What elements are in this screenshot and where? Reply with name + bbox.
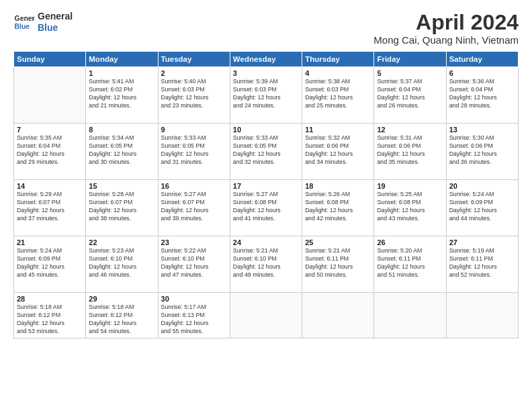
day-info: Sunrise: 5:25 AM Sunset: 6:08 PM Dayligh…: [377, 191, 443, 223]
logo: General Blue General Blue: [13, 11, 73, 34]
day-info: Sunrise: 5:37 AM Sunset: 6:04 PM Dayligh…: [377, 78, 443, 110]
day-info: Sunrise: 5:21 AM Sunset: 6:11 PM Dayligh…: [305, 247, 371, 279]
day-number: 8: [89, 126, 154, 134]
day-number: 7: [17, 126, 83, 134]
col-header-friday: Friday: [374, 52, 446, 67]
day-number: 20: [449, 182, 515, 190]
day-info: Sunrise: 5:20 AM Sunset: 6:11 PM Dayligh…: [377, 247, 443, 279]
day-info: Sunrise: 5:41 AM Sunset: 6:02 PM Dayligh…: [89, 78, 154, 110]
col-header-thursday: Thursday: [302, 52, 374, 67]
calendar-cell: 24Sunrise: 5:21 AM Sunset: 6:10 PM Dayli…: [230, 236, 302, 293]
col-header-tuesday: Tuesday: [158, 52, 230, 67]
day-number: 1: [89, 69, 154, 77]
day-number: 10: [233, 126, 299, 134]
calendar-cell: [302, 293, 374, 338]
calendar-cell: 25Sunrise: 5:21 AM Sunset: 6:11 PM Dayli…: [302, 236, 374, 293]
calendar-cell: 2Sunrise: 5:40 AM Sunset: 6:03 PM Daylig…: [158, 67, 230, 124]
day-info: Sunrise: 5:30 AM Sunset: 6:06 PM Dayligh…: [449, 134, 515, 167]
calendar-cell: 12Sunrise: 5:31 AM Sunset: 6:06 PM Dayli…: [374, 124, 446, 180]
calendar-cell: 20Sunrise: 5:24 AM Sunset: 6:09 PM Dayli…: [446, 180, 518, 236]
day-info: Sunrise: 5:23 AM Sunset: 6:10 PM Dayligh…: [89, 247, 154, 279]
calendar-cell: 11Sunrise: 5:32 AM Sunset: 6:06 PM Dayli…: [302, 124, 374, 180]
day-number: 14: [17, 182, 83, 190]
day-info: Sunrise: 5:21 AM Sunset: 6:10 PM Dayligh…: [233, 247, 299, 279]
calendar-cell: 16Sunrise: 5:27 AM Sunset: 6:07 PM Dayli…: [158, 180, 230, 236]
calendar-cell: 9Sunrise: 5:33 AM Sunset: 6:05 PM Daylig…: [158, 124, 230, 180]
day-number: 30: [161, 295, 227, 303]
day-info: Sunrise: 5:32 AM Sunset: 6:06 PM Dayligh…: [305, 134, 371, 167]
day-info: Sunrise: 5:17 AM Sunset: 6:13 PM Dayligh…: [161, 304, 227, 336]
calendar-cell: 19Sunrise: 5:25 AM Sunset: 6:08 PM Dayli…: [374, 180, 446, 236]
svg-text:Blue: Blue: [15, 22, 30, 30]
calendar-cell: 1Sunrise: 5:41 AM Sunset: 6:02 PM Daylig…: [86, 67, 158, 124]
calendar-cell: 5Sunrise: 5:37 AM Sunset: 6:04 PM Daylig…: [374, 67, 446, 124]
header: General Blue General Blue April 2024 Mon…: [13, 11, 519, 46]
calendar-cell: [230, 293, 302, 338]
svg-text:General: General: [15, 15, 35, 22]
day-info: Sunrise: 5:24 AM Sunset: 6:09 PM Dayligh…: [449, 191, 515, 223]
day-info: Sunrise: 5:18 AM Sunset: 6:12 PM Dayligh…: [89, 304, 154, 336]
day-number: 16: [161, 182, 227, 190]
day-info: Sunrise: 5:35 AM Sunset: 6:04 PM Dayligh…: [17, 134, 83, 167]
calendar-cell: [374, 293, 446, 338]
calendar-cell: 22Sunrise: 5:23 AM Sunset: 6:10 PM Dayli…: [86, 236, 158, 293]
calendar-cell: 30Sunrise: 5:17 AM Sunset: 6:13 PM Dayli…: [158, 293, 230, 338]
day-info: Sunrise: 5:18 AM Sunset: 6:12 PM Dayligh…: [17, 304, 83, 336]
day-info: Sunrise: 5:33 AM Sunset: 6:05 PM Dayligh…: [161, 134, 227, 167]
calendar-cell: 10Sunrise: 5:33 AM Sunset: 6:05 PM Dayli…: [230, 124, 302, 180]
day-number: 26: [377, 238, 443, 246]
day-info: Sunrise: 5:27 AM Sunset: 6:08 PM Dayligh…: [233, 191, 299, 223]
calendar-cell: 23Sunrise: 5:22 AM Sunset: 6:10 PM Dayli…: [158, 236, 230, 293]
calendar-cell: 13Sunrise: 5:30 AM Sunset: 6:06 PM Dayli…: [446, 124, 518, 180]
day-number: 2: [161, 69, 227, 77]
calendar-cell: 15Sunrise: 5:28 AM Sunset: 6:07 PM Dayli…: [86, 180, 158, 236]
calendar-cell: 27Sunrise: 5:19 AM Sunset: 6:11 PM Dayli…: [446, 236, 518, 293]
day-info: Sunrise: 5:24 AM Sunset: 6:09 PM Dayligh…: [17, 247, 83, 279]
calendar-title: April 2024: [373, 11, 519, 34]
calendar-cell: 8Sunrise: 5:34 AM Sunset: 6:05 PM Daylig…: [86, 124, 158, 180]
day-number: 21: [17, 238, 83, 246]
day-info: Sunrise: 5:29 AM Sunset: 6:07 PM Dayligh…: [17, 191, 83, 223]
day-info: Sunrise: 5:19 AM Sunset: 6:11 PM Dayligh…: [449, 247, 515, 279]
logo-general: General: [38, 11, 73, 22]
title-block: April 2024 Mong Cai, Quang Ninh, Vietnam: [373, 11, 519, 46]
day-info: Sunrise: 5:27 AM Sunset: 6:07 PM Dayligh…: [161, 191, 227, 223]
day-info: Sunrise: 5:22 AM Sunset: 6:10 PM Dayligh…: [161, 247, 227, 279]
day-info: Sunrise: 5:39 AM Sunset: 6:03 PM Dayligh…: [233, 78, 299, 110]
day-number: 9: [161, 126, 227, 134]
calendar-cell: 7Sunrise: 5:35 AM Sunset: 6:04 PM Daylig…: [14, 124, 86, 180]
day-number: 4: [305, 69, 371, 77]
day-number: 28: [17, 295, 83, 303]
day-info: Sunrise: 5:34 AM Sunset: 6:05 PM Dayligh…: [89, 134, 154, 167]
day-number: 17: [233, 182, 299, 190]
calendar-table: SundayMondayTuesdayWednesdayThursdayFrid…: [13, 51, 519, 338]
col-header-monday: Monday: [86, 52, 158, 67]
col-header-wednesday: Wednesday: [230, 52, 302, 67]
calendar-cell: 4Sunrise: 5:38 AM Sunset: 6:03 PM Daylig…: [302, 67, 374, 124]
day-info: Sunrise: 5:36 AM Sunset: 6:04 PM Dayligh…: [449, 78, 515, 110]
calendar-cell: 17Sunrise: 5:27 AM Sunset: 6:08 PM Dayli…: [230, 180, 302, 236]
calendar-cell: 29Sunrise: 5:18 AM Sunset: 6:12 PM Dayli…: [86, 293, 158, 338]
calendar-cell: 26Sunrise: 5:20 AM Sunset: 6:11 PM Dayli…: [374, 236, 446, 293]
day-number: 18: [305, 182, 371, 190]
day-number: 6: [449, 69, 515, 77]
day-info: Sunrise: 5:31 AM Sunset: 6:06 PM Dayligh…: [377, 134, 443, 167]
calendar-cell: 3Sunrise: 5:39 AM Sunset: 6:03 PM Daylig…: [230, 67, 302, 124]
day-number: 24: [233, 238, 299, 246]
day-number: 12: [377, 126, 443, 134]
calendar-cell: [446, 293, 518, 338]
day-number: 5: [377, 69, 443, 77]
day-number: 3: [233, 69, 299, 77]
calendar-cell: 18Sunrise: 5:26 AM Sunset: 6:08 PM Dayli…: [302, 180, 374, 236]
col-header-sunday: Sunday: [14, 52, 86, 67]
day-info: Sunrise: 5:38 AM Sunset: 6:03 PM Dayligh…: [305, 78, 371, 110]
calendar-cell: 6Sunrise: 5:36 AM Sunset: 6:04 PM Daylig…: [446, 67, 518, 124]
day-number: 23: [161, 238, 227, 246]
calendar-cell: [14, 67, 86, 124]
logo-icon: General Blue: [13, 11, 35, 33]
col-header-saturday: Saturday: [446, 52, 518, 67]
day-number: 13: [449, 126, 515, 134]
day-number: 25: [305, 238, 371, 246]
calendar-cell: 28Sunrise: 5:18 AM Sunset: 6:12 PM Dayli…: [14, 293, 86, 338]
day-info: Sunrise: 5:28 AM Sunset: 6:07 PM Dayligh…: [89, 191, 154, 223]
